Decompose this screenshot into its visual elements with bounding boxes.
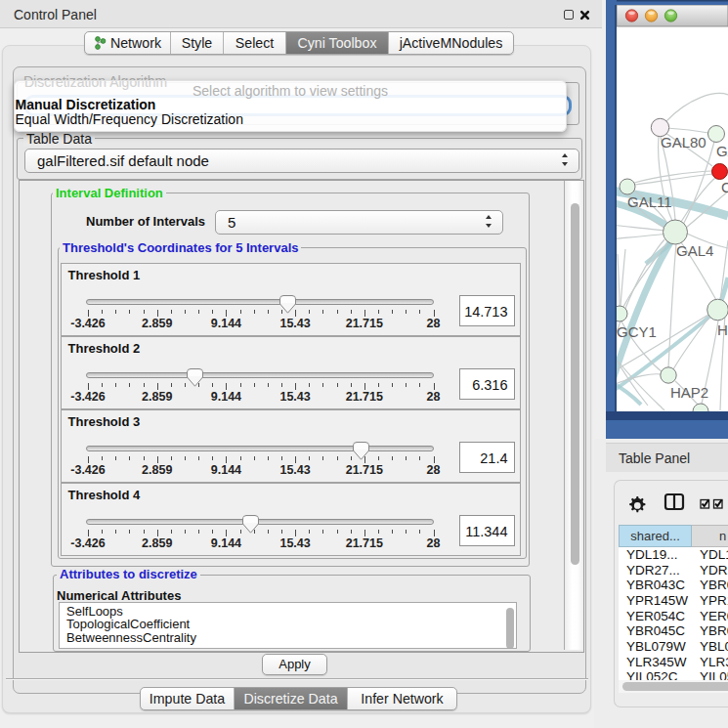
svg-text:C: C <box>721 179 728 195</box>
svg-text:H: H <box>717 321 728 338</box>
svg-text:GA: GA <box>716 143 728 159</box>
svg-text:GCY1: GCY1 <box>617 323 657 340</box>
svg-text:GAL11: GAL11 <box>627 193 672 210</box>
svg-text:GAL4: GAL4 <box>676 242 713 259</box>
svg-text:GAL80: GAL80 <box>661 134 707 150</box>
svg-text:HAP2: HAP2 <box>670 384 708 401</box>
